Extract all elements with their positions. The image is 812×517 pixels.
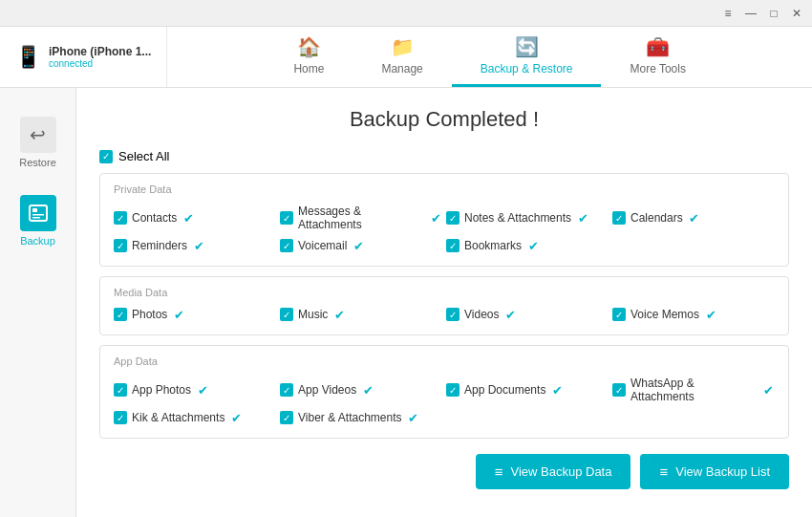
list-item[interactable]: Voicemail ✔ <box>280 239 442 252</box>
private-data-grid: Contacts ✔ Messages & Attachments ✔ Note… <box>114 205 775 252</box>
checkbox-app-videos[interactable] <box>280 383 293 397</box>
window-controls[interactable]: ≡ — □ ✕ <box>720 7 804 20</box>
tab-backup-label: Backup & Restore <box>481 62 573 75</box>
list-item[interactable]: Reminders ✔ <box>114 239 276 252</box>
checkbox-whatsapp[interactable] <box>612 383 626 397</box>
item-calendars: Calendars <box>630 211 683 225</box>
checkbox-viber[interactable] <box>280 411 293 424</box>
item-photos: Photos <box>132 308 167 321</box>
check-contacts: ✔ <box>182 211 195 225</box>
item-whatsapp: WhatsApp & Attachments <box>630 377 757 403</box>
checkbox-voice-memos[interactable] <box>612 308 626 321</box>
list-item[interactable]: Music ✔ <box>280 308 442 321</box>
tab-manage-label: Manage <box>381 62 422 75</box>
check-photos: ✔ <box>172 308 185 321</box>
tab-manage[interactable]: 📁 Manage <box>353 27 451 87</box>
list-item[interactable]: App Documents ✔ <box>446 377 609 403</box>
item-music: Music <box>298 308 328 321</box>
tab-home[interactable]: 🏠 Home <box>265 27 353 87</box>
tab-tools-label: More Tools <box>630 62 685 75</box>
media-data-title: Media Data <box>114 287 775 298</box>
checkbox-music[interactable] <box>280 308 293 321</box>
backup-icon: 🔄 <box>515 35 539 58</box>
item-contacts: Contacts <box>132 211 177 225</box>
list-item[interactable]: Contacts ✔ <box>114 205 276 231</box>
restore-icon: ↩ <box>20 117 56 153</box>
item-app-photos: App Photos <box>132 383 191 397</box>
list-item[interactable]: Kik & Attachments ✔ <box>114 411 276 424</box>
view-backup-data-button[interactable]: ≡ View Backup Data <box>476 454 631 489</box>
device-status: connected <box>49 58 151 69</box>
nav-bar: 📱 iPhone (iPhone 1... connected 🏠 Home 📁… <box>0 27 812 88</box>
list-item[interactable]: WhatsApp & Attachments ✔ <box>612 377 775 403</box>
list-item[interactable]: Voice Memos ✔ <box>612 308 775 321</box>
list-item[interactable]: Videos ✔ <box>446 308 609 321</box>
checkbox-app-documents[interactable] <box>446 383 459 397</box>
select-all-checkbox[interactable] <box>99 150 113 163</box>
view-backup-list-label: View Backup List <box>675 464 770 479</box>
checkbox-messages[interactable] <box>280 211 293 225</box>
sidebar-item-backup[interactable]: Backup <box>4 185 73 256</box>
phone-icon: 📱 <box>15 45 41 70</box>
item-messages: Messages & Attachments <box>298 205 424 231</box>
item-voicemail: Voicemail <box>298 239 347 252</box>
list-item[interactable]: Viber & Attachments ✔ <box>280 411 442 424</box>
tab-backup[interactable]: 🔄 Backup & Restore <box>452 27 602 87</box>
check-videos: ✔ <box>503 308 517 321</box>
svg-rect-2 <box>32 214 44 216</box>
list-icon-left: ≡ <box>495 463 503 480</box>
check-voice-memos: ✔ <box>704 308 717 321</box>
device-info: 📱 iPhone (iPhone 1... connected <box>0 27 167 87</box>
checkbox-calendars[interactable] <box>612 211 626 225</box>
menu-icon[interactable]: ≡ <box>720 7 736 20</box>
title-bar: ≡ — □ ✕ <box>0 0 812 27</box>
tab-tools[interactable]: 🧰 More Tools <box>601 27 714 87</box>
svg-rect-3 <box>32 217 40 219</box>
item-bookmarks: Bookmarks <box>464 239 522 252</box>
list-item[interactable]: Photos ✔ <box>114 308 276 321</box>
maximize-button[interactable]: □ <box>766 7 781 20</box>
check-app-videos: ✔ <box>361 383 374 397</box>
tab-home-label: Home <box>293 62 324 75</box>
check-app-photos: ✔ <box>196 383 209 397</box>
sidebar-item-restore[interactable]: ↩ Restore <box>4 107 73 178</box>
item-viber: Viber & Attachments <box>298 411 402 424</box>
item-reminders: Reminders <box>132 239 187 252</box>
list-item[interactable]: App Videos ✔ <box>280 377 442 403</box>
check-app-documents: ✔ <box>550 383 564 397</box>
nav-tabs: 🏠 Home 📁 Manage 🔄 Backup & Restore 🧰 Mor… <box>167 27 812 87</box>
check-viber: ✔ <box>407 411 420 424</box>
view-backup-list-button[interactable]: ≡ View Backup List <box>640 454 789 489</box>
checkbox-kik[interactable] <box>114 411 127 424</box>
checkbox-photos[interactable] <box>114 308 127 321</box>
list-item[interactable]: Calendars ✔ <box>612 205 775 231</box>
item-app-documents: App Documents <box>464 383 545 397</box>
minimize-button[interactable]: — <box>743 7 759 20</box>
check-kik: ✔ <box>229 411 243 424</box>
close-button[interactable]: ✕ <box>789 7 804 20</box>
list-item[interactable]: App Photos ✔ <box>114 377 276 403</box>
checkbox-videos[interactable] <box>446 308 459 321</box>
checkbox-bookmarks[interactable] <box>446 239 459 252</box>
list-item[interactable]: Messages & Attachments ✔ <box>280 205 442 231</box>
sidebar: ↩ Restore Backup <box>0 88 76 517</box>
checkbox-notes[interactable] <box>446 211 459 225</box>
checkbox-reminders[interactable] <box>114 239 127 252</box>
svg-rect-0 <box>30 205 47 221</box>
manage-icon: 📁 <box>391 35 415 58</box>
check-reminders: ✔ <box>192 239 205 252</box>
list-item[interactable]: Notes & Attachments ✔ <box>446 205 609 231</box>
checkbox-contacts[interactable] <box>114 211 127 225</box>
home-icon: 🏠 <box>297 35 321 58</box>
checkbox-voicemail[interactable] <box>280 239 293 252</box>
app-data-section: App Data App Photos ✔ App Videos ✔ Ap <box>99 345 789 439</box>
select-all-row[interactable]: Select All <box>99 149 789 163</box>
item-app-videos: App Videos <box>298 383 356 397</box>
item-kik: Kik & Attachments <box>132 411 224 424</box>
list-item[interactable]: Bookmarks ✔ <box>446 239 609 252</box>
backup-sidebar-icon <box>20 195 56 231</box>
checkbox-app-photos[interactable] <box>114 383 127 397</box>
media-data-grid: Photos ✔ Music ✔ Videos ✔ <box>114 308 775 321</box>
sidebar-restore-label: Restore <box>19 157 56 168</box>
body-layout: ↩ Restore Backup Backup Completed ! <box>0 88 812 517</box>
